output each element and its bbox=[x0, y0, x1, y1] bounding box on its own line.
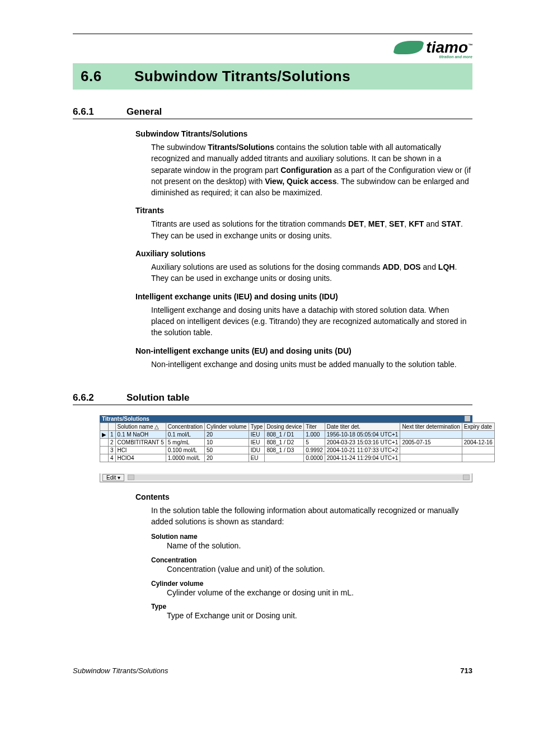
table-cell bbox=[100, 446, 109, 454]
col-header[interactable]: Cylinder volume bbox=[204, 422, 249, 430]
bold: MET bbox=[368, 219, 385, 228]
table-cell: IEU bbox=[249, 438, 265, 446]
section-banner: 6.6Subwindow Titrants/Solutions bbox=[73, 63, 472, 90]
table-cell: 2004-12-16 bbox=[462, 438, 494, 446]
page-footer: Subwindow Titrants/Solutions 713 bbox=[73, 666, 472, 675]
bold: STAT bbox=[441, 219, 460, 228]
edit-button[interactable]: Edit ▾ bbox=[102, 474, 124, 481]
table-cell: 20 bbox=[204, 430, 249, 438]
table-cell: 1 bbox=[109, 430, 116, 438]
h-scrollbar[interactable] bbox=[128, 475, 470, 480]
table-cell: 2 bbox=[109, 438, 116, 446]
maximize-icon[interactable] bbox=[465, 416, 470, 421]
table-cell: 0.100 mol/L bbox=[166, 446, 204, 454]
para-aux: Auxiliary solutions are used as solution… bbox=[151, 261, 472, 284]
table-row[interactable]: 4HClO41.0000 mol/L20EU0.00002004-11-24 1… bbox=[100, 454, 495, 462]
col-header[interactable]: Concentration bbox=[166, 422, 204, 430]
col-header[interactable]: Next titer determination bbox=[400, 422, 462, 430]
table-cell: 5 bbox=[304, 438, 325, 446]
col-header[interactable]: Date titer det. bbox=[325, 422, 400, 430]
table-cell: 0.0000 bbox=[304, 454, 325, 462]
t: , bbox=[364, 219, 368, 228]
contents-block: Contents In the solution table the follo… bbox=[135, 492, 472, 622]
para-subwindow: The subwindow Titrants/Solutions contain… bbox=[151, 142, 472, 198]
def-text: Cylinder volume of the exchange or dosin… bbox=[167, 588, 472, 599]
table-cell bbox=[100, 454, 109, 462]
col-header[interactable]: Expiry date bbox=[462, 422, 494, 430]
table-cell: 1956-10-18 05:05:04 UTC+1 bbox=[325, 430, 400, 438]
table-row[interactable]: ▶10.1 M NaOH0.1 mol/L20IEU808_1 / D11.00… bbox=[100, 430, 495, 438]
subsection-number: 6.6.1 bbox=[73, 106, 127, 118]
brand-tagline: titration and more bbox=[439, 55, 472, 59]
table-cell: EU bbox=[249, 454, 265, 462]
subsection-table: 6.6.2Solution table bbox=[73, 392, 472, 405]
table-cell: 2004-03-23 15:03:16 UTC+1 bbox=[325, 438, 400, 446]
table-cell: 808_1 / D2 bbox=[265, 438, 304, 446]
table-cell: 1.000 bbox=[304, 430, 325, 438]
t: The subwindow bbox=[151, 143, 208, 152]
table-cell: 10 bbox=[204, 438, 249, 446]
t: Auxiliary solutions are used as solution… bbox=[151, 262, 382, 271]
def-term: Concentration bbox=[151, 556, 472, 564]
col-header[interactable] bbox=[109, 422, 116, 430]
table-row[interactable]: 2COMBITITRANT 55 mg/mL10IEU808_1 / D2520… bbox=[100, 438, 495, 446]
table-cell: 2004-10-21 11:07:33 UTC+2 bbox=[325, 446, 400, 454]
table-cell: 808_1 / D3 bbox=[265, 446, 304, 454]
table-cell bbox=[400, 430, 462, 438]
table-cell bbox=[462, 454, 494, 462]
table-cell: 5 mg/mL bbox=[166, 438, 204, 446]
col-header[interactable]: Dosing device bbox=[265, 422, 304, 430]
t: and bbox=[424, 219, 441, 228]
t: , bbox=[385, 219, 389, 228]
table-cell bbox=[462, 446, 494, 454]
def-text: Concentration (value and unit) of the so… bbox=[167, 564, 472, 575]
top-rule bbox=[73, 34, 472, 34]
bold: SET bbox=[389, 219, 404, 228]
table-cell bbox=[100, 438, 109, 446]
table-cell: 3 bbox=[109, 446, 116, 454]
col-header[interactable]: Solution name △ bbox=[115, 422, 166, 430]
heading-neu: Non-intelligent exchange units (EU) and … bbox=[135, 346, 472, 355]
table-cell: 4 bbox=[109, 454, 116, 462]
panel-title-bar: Titrants/Solutions bbox=[100, 415, 472, 422]
table-footer: Edit ▾ bbox=[100, 473, 472, 482]
table-cell: HCl bbox=[115, 446, 166, 454]
table-cell: COMBITITRANT 5 bbox=[115, 438, 166, 446]
bold: KFT bbox=[409, 219, 424, 228]
logo: tiamo™ titration and more bbox=[395, 39, 472, 57]
col-header[interactable] bbox=[100, 422, 109, 430]
table-cell: IEU bbox=[249, 430, 265, 438]
def-term: Type bbox=[151, 603, 472, 611]
table-cell: 808_1 / D1 bbox=[265, 430, 304, 438]
heading-ieu: Intelligent exchange units (IEU) and dos… bbox=[135, 292, 472, 301]
bold: Configuration bbox=[280, 166, 332, 175]
table-cell bbox=[400, 446, 462, 454]
section-title: Subwindow Titrants/Solutions bbox=[134, 68, 350, 84]
bold: DOS bbox=[404, 262, 420, 271]
subsection-title: Solution table bbox=[127, 392, 189, 403]
subsection-general: 6.6.1General bbox=[73, 106, 472, 119]
heading-aux: Auxiliary solutions bbox=[135, 249, 472, 258]
table-header-row: Solution name △ConcentrationCylinder vol… bbox=[100, 422, 495, 430]
logo-row: tiamo™ titration and more bbox=[73, 39, 472, 57]
table-body: ▶10.1 M NaOH0.1 mol/L20IEU808_1 / D11.00… bbox=[100, 430, 495, 462]
general-content: Subwindow Titrants/Solutions The subwind… bbox=[135, 129, 472, 370]
def-term: Cylinder volume bbox=[151, 580, 472, 588]
table-cell: 2005-07-15 bbox=[400, 438, 462, 446]
brand-text: tiamo bbox=[426, 39, 468, 56]
para-neu: Non-intelligent exchange and dosing unit… bbox=[151, 359, 472, 370]
subsection-number: 6.6.2 bbox=[73, 392, 127, 403]
table-cell: 50 bbox=[204, 446, 249, 454]
table-cell: ▶ bbox=[100, 430, 109, 438]
para-titrants: Titrants are used as solutions for the t… bbox=[151, 218, 472, 241]
col-header[interactable]: Type bbox=[249, 422, 265, 430]
heading-subwindow: Subwindow Titrants/Solutions bbox=[135, 129, 472, 138]
table-row[interactable]: 3HCl0.100 mol/L50IDU808_1 / D30.99922004… bbox=[100, 446, 495, 454]
col-header[interactable]: Titer bbox=[304, 422, 325, 430]
table-cell: 0.1 mol/L bbox=[166, 430, 204, 438]
tm-icon: ™ bbox=[468, 43, 472, 48]
table-cell: HClO4 bbox=[115, 454, 166, 462]
footer-left: Subwindow Titrants/Solutions bbox=[73, 666, 168, 675]
table-cell: 2004-11-24 11:29:04 UTC+1 bbox=[325, 454, 400, 462]
solution-table: Solution name △ConcentrationCylinder vol… bbox=[100, 422, 495, 462]
